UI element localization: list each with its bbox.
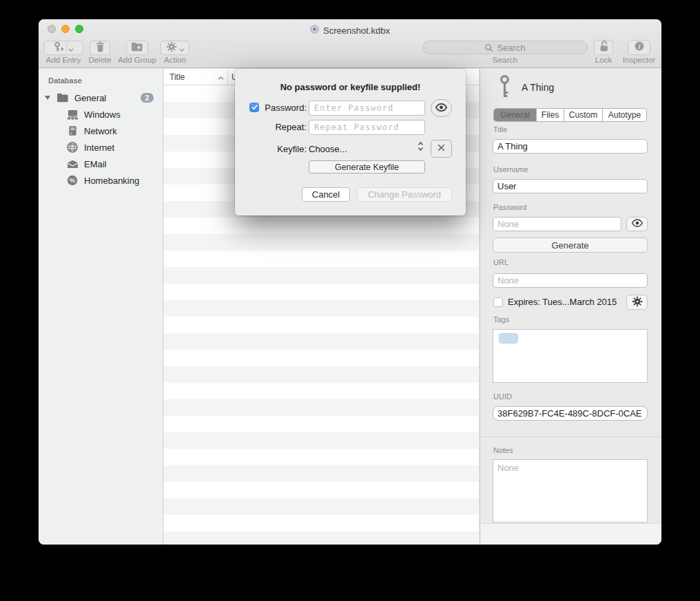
section-divider [480,436,661,437]
inspector-label: Inspector [621,56,657,64]
change-password-dialog: No password or keyfile supplied! Passwor… [235,69,466,215]
search-input[interactable]: Search [422,41,588,54]
sidebar-item-label: Windows [84,109,121,120]
generate-password-button[interactable]: Generate [493,238,648,253]
notes-label: Notes [493,446,513,454]
stepper-chevrons-icon[interactable] [418,141,424,154]
gear-icon [632,296,643,309]
password-field-label: Password [493,203,526,211]
envelope-icon [66,160,79,169]
notes-field[interactable] [493,459,648,523]
key-plus-icon [53,41,65,55]
tag-chip[interactable] [499,333,518,344]
entry-count-badge: 2 [141,93,154,103]
sidebar-item-general[interactable]: General 2 [39,89,163,106]
tags-label: Tags [493,315,509,324]
cancel-button[interactable]: Cancel [302,187,350,202]
lock-open-icon [598,40,610,55]
delete-button[interactable] [90,41,110,55]
username-field-label: Username [493,165,528,173]
repeat-password-field[interactable] [309,120,425,135]
sidebar-item-label: EMail [84,159,107,169]
titlebar[interactable]: Screenshot.kdbx Add Entry Delete Add [39,19,661,68]
action-label: Action [161,56,189,64]
column-header-title[interactable]: Title [164,69,228,85]
url-field[interactable] [493,273,648,288]
sidebar-item-label: General [74,93,106,103]
info-icon: i [634,41,645,54]
sidebar-item-label: Network [84,126,117,136]
lock-button[interactable] [594,40,613,55]
inspector-footer [481,523,661,545]
add-group-button[interactable] [126,41,148,55]
tags-field[interactable] [493,329,648,383]
repeat-label: Repeat: [235,122,307,132]
uuid-field[interactable] [493,406,648,421]
add-group-label: Add Group [114,56,160,64]
lock-label: Lock [587,56,620,64]
tab-autotype[interactable]: Autotype [603,109,646,121]
uuid-label: UUID [493,392,512,401]
reveal-password-button[interactable] [431,99,452,117]
inspector-tabs: General Files Custom Autotype [493,108,647,122]
sidebar-item-homebanking[interactable]: % Homebanking [39,172,163,189]
url-field-label: URL [493,258,508,266]
eye-icon [631,219,644,229]
sidebar-item-internet[interactable]: Internet [39,139,163,156]
expires-label: Expires: Tues...March 2015 [508,297,617,307]
sidebar-item-email[interactable]: EMail [39,156,163,172]
svg-text:i: i [638,43,640,50]
action-button[interactable] [161,41,189,55]
sort-ascending-icon [218,72,224,82]
key-icon [500,75,510,102]
chevron-down-icon [179,42,185,54]
tab-general[interactable]: General [494,109,537,121]
inspector-panel: A Thing General Files Custom Autotype Ti… [480,69,661,545]
windows-icon [66,109,79,120]
username-field[interactable] [493,179,648,193]
percent-icon: % [66,175,79,186]
chevron-down-icon [68,42,74,54]
expires-settings-button[interactable] [626,295,648,310]
generate-keyfile-button[interactable]: Generate Keyfile [309,160,425,173]
reveal-password-button[interactable] [626,217,648,231]
sidebar-item-windows[interactable]: Windows [39,106,163,123]
title-field-label: Title [493,125,507,134]
password-field[interactable] [493,217,621,231]
window-title: Screenshot.kdbx [323,25,390,36]
dialog-message: No password or keyfile supplied! [235,82,466,92]
sidebar-item-label: Homebanking [84,176,139,186]
sidebar-item-label: Internet [84,143,114,153]
search-label: Search [422,56,588,64]
enter-password-field[interactable] [309,101,425,116]
disclosure-triangle-icon[interactable] [45,96,50,100]
folder-plus-icon [131,42,143,54]
keyfile-label: Keyfile: [235,144,307,154]
sidebar-item-network[interactable]: Network [39,123,163,139]
clear-keyfile-button[interactable] [431,140,452,158]
document-icon [310,24,319,36]
search-icon [484,43,493,52]
add-entry-button[interactable] [43,41,83,55]
eye-icon [435,102,448,114]
change-password-button[interactable]: Change Password [357,187,452,202]
server-icon [66,125,79,136]
svg-text:%: % [70,176,76,184]
macpass-window: Screenshot.kdbx Add Entry Delete Add [39,19,661,545]
folder-icon [56,93,69,103]
keyfile-popup[interactable]: Choose... [309,144,347,154]
gear-icon [166,41,177,55]
trash-icon [95,41,105,55]
entry-title: A Thing [522,82,554,93]
x-icon [437,143,446,155]
inspector-button[interactable]: i [628,40,650,55]
globe-icon [66,142,79,153]
password-label: Password: [235,103,307,113]
expires-checkbox[interactable] [493,297,503,307]
sidebar-section-header: Database [48,76,163,85]
split-divider [66,43,67,53]
tab-custom[interactable]: Custom [564,109,603,121]
title-field[interactable] [493,139,648,154]
search-placeholder: Search [497,43,525,53]
tab-files[interactable]: Files [537,109,564,121]
